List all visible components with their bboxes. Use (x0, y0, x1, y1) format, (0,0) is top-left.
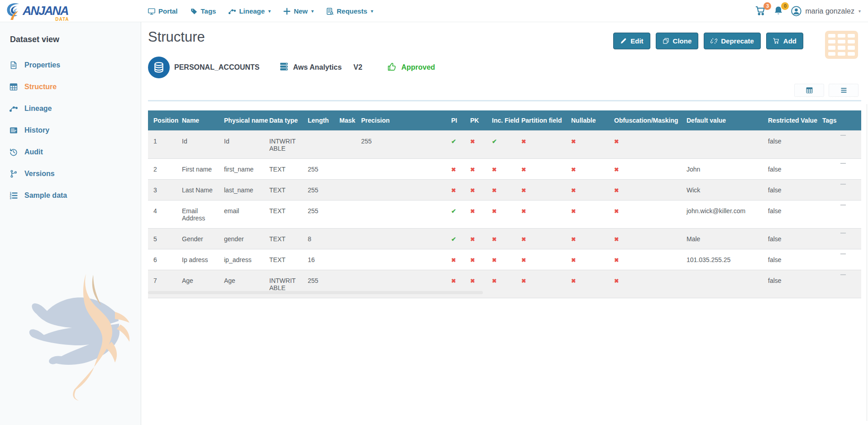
svg-text:3: 3 (10, 196, 12, 200)
sidebar-item-label: Structure (24, 83, 57, 91)
main-nav: PortalTagsLineage▾New▾Requests▾ (148, 0, 373, 22)
anjana-swirl-icon (5, 1, 22, 20)
tags-icon (190, 7, 198, 15)
column-header-position: Position (148, 110, 176, 131)
table-view-button[interactable] (794, 84, 824, 97)
cross-icon: ✖ (521, 278, 526, 284)
cell-precision (356, 249, 446, 270)
nav-item-new[interactable]: New▾ (283, 7, 314, 15)
cross-icon: ✖ (470, 208, 475, 215)
tag-dash-icon (840, 135, 846, 136)
sidebar-item-lineage[interactable]: Lineage (0, 98, 141, 119)
cart-badge: 3 (763, 2, 771, 10)
cross-icon: ✖ (492, 236, 496, 243)
cross-icon: ✖ (521, 208, 526, 215)
user-menu[interactable]: maria gonzalez ▾ (791, 5, 861, 17)
sidebar-item-label: Audit (24, 148, 43, 156)
check-icon: ✔ (451, 236, 456, 243)
cross-icon: ✖ (521, 167, 526, 173)
cell-inc-field: ✖ (486, 270, 516, 298)
cell-tags (817, 159, 861, 180)
cell-mask (334, 249, 356, 270)
cell-obfuscation-masking: ✖ (609, 131, 681, 159)
sidebar-item-history[interactable]: History (0, 119, 141, 141)
table-body: 1IdIdINTWRITABLE255✔✖✔✖✖✖false2First nam… (148, 131, 861, 298)
nav-item-tags[interactable]: Tags (190, 7, 216, 15)
chevron-down-icon: ▾ (311, 9, 314, 14)
topbar: ANJANA DATA PortalTagsLineage▾New▾Reques… (0, 0, 868, 22)
nav-item-lineage[interactable]: Lineage▾ (228, 7, 271, 15)
tag-dash-icon (840, 253, 846, 254)
column-header-obfuscation-masking: Obfuscation/Masking (609, 110, 681, 131)
logo-subtext: DATA (55, 17, 69, 22)
sidebar-item-audit[interactable]: Audit (0, 141, 141, 163)
column-header-name: Name (176, 110, 219, 131)
main-content: Structure PERSONAL_ACCOUNTS Aws Analytic… (142, 22, 868, 425)
button-label: Clone (673, 37, 692, 45)
notifications-badge: 0 (781, 2, 789, 10)
version-label: V2 (353, 63, 362, 72)
server-icon (279, 62, 289, 73)
cell-default-value (681, 131, 763, 159)
status-label: Approved (401, 63, 435, 72)
sidebar-item-sample-data[interactable]: 123Sample data (0, 185, 141, 206)
notifications-button[interactable]: 0 (773, 5, 785, 17)
cell-nullable: ✖ (566, 180, 609, 201)
column-header-restricted-value: Restricted Value (763, 110, 817, 131)
cell-length: 8 (302, 229, 334, 249)
cell-pi: ✖ (446, 180, 465, 201)
column-header-pk: PK (465, 110, 486, 131)
cell-default-value: john.wick@killer.com (681, 201, 763, 229)
cell-precision (356, 201, 446, 229)
cell-obfuscation-masking: ✖ (609, 180, 681, 201)
cell-tags (817, 270, 861, 298)
cell-tags (817, 180, 861, 201)
cross-icon: ✖ (571, 138, 576, 145)
cell-name: Gender (176, 229, 219, 249)
cell-length: 16 (302, 249, 334, 270)
cell-inc-field: ✖ (486, 201, 516, 229)
edit-button[interactable]: Edit (613, 33, 650, 49)
button-label: Edit (630, 37, 643, 45)
sidebar-item-structure[interactable]: Structure (0, 76, 141, 98)
tag-dash-icon (840, 233, 846, 234)
cart-button[interactable]: 3 (755, 5, 767, 17)
add-button[interactable]: Add (766, 33, 803, 49)
cell-pk: ✖ (465, 180, 486, 201)
cross-icon: ✖ (492, 167, 496, 173)
cell-pi: ✔ (446, 229, 465, 249)
cell-partition-field: ✖ (516, 229, 566, 249)
cell-restricted-value: false (763, 229, 817, 249)
sidebar-list: PropertiesStructureLineageHistoryAuditVe… (0, 54, 141, 206)
cell-position: 5 (148, 229, 176, 249)
sidebar-item-label: History (24, 126, 49, 134)
tag-dash-icon (840, 274, 846, 275)
cell-restricted-value: false (763, 270, 817, 298)
column-header-inc-field: Inc. Field (486, 110, 516, 131)
cell-nullable: ✖ (566, 201, 609, 229)
cell-inc-field: ✖ (486, 249, 516, 270)
sidebar-item-properties[interactable]: Properties (0, 54, 141, 76)
list-view-button[interactable] (829, 84, 858, 97)
column-header-pi: PI (446, 110, 465, 131)
cell-pk: ✖ (465, 131, 486, 159)
cell-restricted-value: false (763, 249, 817, 270)
vertical-scrollbar[interactable] (867, 104, 867, 421)
cell-default-value: Male (681, 229, 763, 249)
check-icon: ✔ (492, 138, 497, 145)
nav-item-portal[interactable]: Portal (148, 7, 178, 15)
cell-physical-name: email (219, 201, 264, 229)
clone-button[interactable]: Clone (656, 33, 699, 49)
cell-pi: ✔ (446, 201, 465, 229)
logo-name: ANJANA (23, 4, 68, 18)
column-header-partition-field: Partition field (516, 110, 566, 131)
cell-obfuscation-masking: ✖ (609, 270, 681, 298)
deprecate-button[interactable]: Deprecate (704, 33, 761, 49)
sidebar-item-versions[interactable]: Versions (0, 163, 141, 185)
cell-name: Last Name (176, 180, 219, 201)
horizontal-scrollbar[interactable] (148, 291, 483, 294)
fairy-watermark (26, 270, 135, 401)
dataset-header: PERSONAL_ACCOUNTS Aws Analytics V2 Appro… (148, 57, 435, 78)
nav-item-requests[interactable]: Requests▾ (326, 7, 373, 15)
app-logo[interactable]: ANJANA DATA (5, 1, 68, 20)
